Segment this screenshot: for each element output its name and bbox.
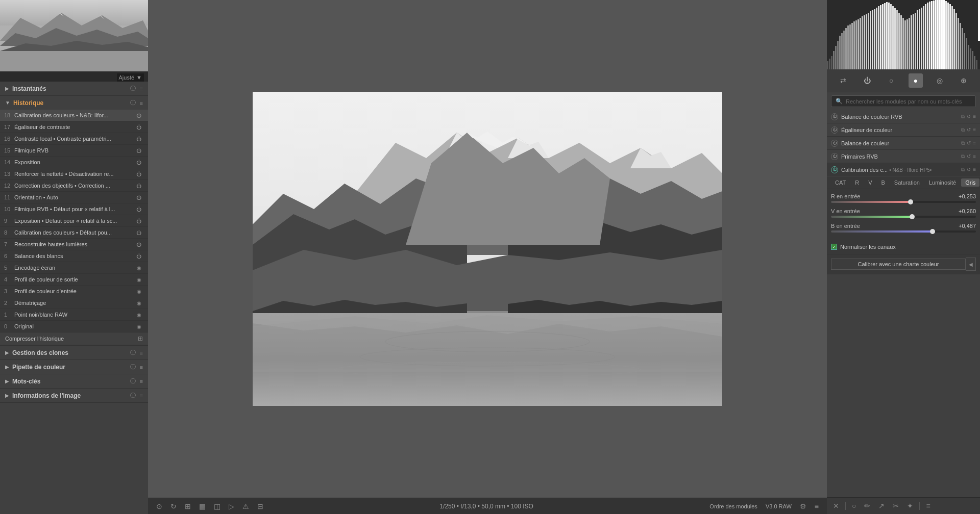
bottom-star-icon[interactable]: ✦ [905, 501, 915, 511]
slider-v-track[interactable] [831, 216, 976, 218]
normalize-checkbox[interactable]: ✓ [831, 244, 837, 250]
search-box[interactable]: 🔍 Rechercher les modules par nom ou mots… [831, 95, 976, 107]
tab-r[interactable]: R [851, 178, 863, 187]
hist-item-4[interactable]: 4 Profil de couleur de sortie ◉ [0, 274, 148, 286]
instantanes-header[interactable]: ▶ Instantanés ⓘ ≡ [0, 82, 148, 95]
hist-label-14: Exposition [14, 159, 135, 165]
tab-gris[interactable]: Gris [961, 178, 979, 187]
info-status-icon[interactable]: ⊟ [257, 502, 263, 510]
hist-item-18[interactable]: 18 Calibration des couleurs • N&B: Ilfor… [0, 110, 148, 121]
hist-item-2[interactable]: 2 Dématriçage ◉ [0, 297, 148, 309]
slider-v-thumb[interactable] [910, 214, 915, 219]
bottom-arrow-icon[interactable]: ↗ [876, 501, 887, 511]
copy-icon[interactable]: ⧉ [961, 114, 965, 120]
menu-icon-4[interactable]: ≡ [973, 153, 976, 159]
hist-item-6[interactable]: 6 Balance des blancs ⏻ [0, 250, 148, 262]
tool-adjust-icon[interactable]: ⇄ [836, 73, 850, 88]
tool-ring-icon[interactable]: ◎ [933, 73, 947, 88]
overflow-icon[interactable]: ≡ [815, 502, 819, 510]
gestion-clones-header[interactable]: ▶ Gestion des clones ⓘ ≡ [0, 346, 148, 359]
grid-icon[interactable]: ⊞ [185, 502, 191, 510]
reset-icon-4[interactable]: ↺ [967, 153, 971, 159]
tab-cat[interactable]: CAT [831, 178, 850, 187]
bottom-cut-icon[interactable]: ✂ [891, 501, 901, 511]
hist-item-8[interactable]: 8 Calibration des couleurs • Défaut pou.… [0, 227, 148, 239]
hist-item-12[interactable]: 12 Correction des objectifs • Correction… [0, 180, 148, 192]
split-icon[interactable]: ◫ [214, 502, 220, 510]
bottom-close-icon[interactable]: ✕ [831, 501, 841, 511]
tab-v[interactable]: V [864, 178, 876, 187]
hist-item-5[interactable]: 5 Encodage écran ◉ [0, 262, 148, 274]
tool-circle-filled-icon[interactable]: ● [909, 73, 923, 88]
hist-item-0[interactable]: 0 Original ◉ [0, 321, 148, 332]
hist-item-7[interactable]: 7 Reconstruire hautes lumières ⏻ [0, 239, 148, 250]
tool-globe-icon[interactable]: ⊕ [957, 73, 971, 88]
module-name-primaires: Primaires RVB [841, 153, 961, 160]
bottom-menu-icon[interactable]: ≡ [924, 501, 932, 511]
menu-icon-3[interactable]: ≡ [973, 140, 976, 146]
hist-item-9[interactable]: 9 Exposition • Défaut pour « relatif à l… [0, 215, 148, 227]
bottom-circle-icon[interactable]: ○ [850, 501, 858, 511]
compress-button[interactable]: Compresser l'historique ⊞ [0, 332, 148, 345]
hist-item-13[interactable]: 13 Renforcer la netteté • Désactivation … [0, 168, 148, 180]
reset-icon-3[interactable]: ↺ [967, 140, 971, 146]
tool-circle-icon[interactable]: ○ [884, 73, 898, 88]
pipette-header[interactable]: ▶ Pipette de couleur ⓘ ≡ [0, 360, 148, 374]
svg-rect-64 [898, 13, 900, 69]
slider-r-track[interactable] [831, 201, 976, 203]
pipette-icons: ⓘ ≡ [130, 363, 143, 371]
module-egaliseur[interactable]: ⏻ Égaliseur de couleur ⧉ ↺ ≡ [827, 123, 980, 137]
slider-r-thumb[interactable] [908, 199, 913, 204]
hist-item-14[interactable]: 14 Exposition ⏻ [0, 157, 148, 168]
tab-luminosite[interactable]: Luminosité [925, 178, 960, 187]
menu-icon[interactable]: ≡ [973, 114, 976, 119]
tab-saturation[interactable]: Saturation [890, 178, 924, 187]
reset-icon[interactable]: ↺ [967, 114, 971, 119]
historique-title: Historique [13, 99, 130, 107]
calibrate-button[interactable]: Calibrer avec une charte couleur [831, 259, 966, 270]
copy-icon-2[interactable]: ⧉ [961, 127, 965, 133]
hist-item-16[interactable]: 16 Contraste local • Contraste paramétri… [0, 133, 148, 145]
hist-item-3[interactable]: 3 Profil de couleur d'entrée ◉ [0, 286, 148, 297]
settings-icon[interactable]: ⚙ [800, 502, 806, 510]
info-image-header[interactable]: ▶ Informations de l'image ⓘ ≡ [0, 389, 148, 402]
tool-power-icon[interactable]: ⏻ [860, 73, 874, 88]
calibrate-arrow-button[interactable]: ◀ [966, 258, 976, 271]
warn-icon[interactable]: ⚠ [242, 502, 249, 510]
zoom-icon[interactable]: ⊙ [156, 502, 162, 510]
historique-header[interactable]: ▼ Historique ⓘ ≡ [0, 96, 148, 110]
info-image-arrow: ▶ [5, 393, 9, 398]
hist-item-1[interactable]: 1 Point noir/blanc RAW ◉ [0, 309, 148, 321]
play-icon[interactable]: ▷ [229, 502, 234, 510]
adjusted-arrow: ▼ [136, 74, 142, 81]
normalize-label: Normaliser les canaux [840, 244, 896, 250]
bottom-separator-1 [845, 502, 846, 510]
hist-icon-13: ⏻ [135, 170, 143, 178]
bottom-pencil-icon[interactable]: ✏ [862, 501, 872, 511]
cal-menu-icon[interactable]: ≡ [973, 167, 976, 172]
compare-icon[interactable]: ▦ [199, 502, 206, 510]
menu-icon-2[interactable]: ≡ [973, 127, 976, 133]
hist-item-10[interactable]: 10 Filmique RVB • Défaut pour « relatif … [0, 203, 148, 215]
hist-item-17[interactable]: 17 Égaliseur de contraste ⏻ [0, 121, 148, 133]
reset-icon-2[interactable]: ↺ [967, 127, 971, 133]
module-balance-couleur[interactable]: ⏻ Balance de couleur ⧉ ↺ ≡ [827, 137, 980, 150]
rotate-icon[interactable]: ↻ [170, 502, 177, 510]
svg-rect-29 [827, 61, 828, 69]
hist-label-0: Original [14, 323, 135, 329]
calibration-header[interactable]: ⏻ Calibration des c... • N&B · Ilford HP… [827, 163, 980, 176]
slider-b-thumb[interactable] [930, 229, 935, 234]
cal-copy-icon[interactable]: ⧉ [961, 167, 965, 173]
hist-icon-11: ⏻ [135, 193, 143, 201]
hist-item-15[interactable]: 15 Filmique RVB ⏻ [0, 145, 148, 157]
hist-item-11[interactable]: 11 Orientation • Auto ⏻ [0, 192, 148, 203]
slider-b-track[interactable] [831, 230, 976, 233]
cal-reset-icon[interactable]: ↺ [967, 167, 971, 172]
slider-b-label: B en entrée [831, 223, 860, 229]
module-balance-rvb[interactable]: ⏻ Balance de couleur RVB ⧉ ↺ ≡ [827, 110, 980, 123]
copy-icon-4[interactable]: ⧉ [961, 153, 965, 160]
copy-icon-3[interactable]: ⧉ [961, 140, 965, 146]
mots-cles-header[interactable]: ▶ Mots-clés ⓘ ≡ [0, 374, 148, 388]
tab-b[interactable]: B [877, 178, 889, 187]
module-primaires[interactable]: ⏻ Primaires RVB ⧉ ↺ ≡ [827, 150, 980, 163]
